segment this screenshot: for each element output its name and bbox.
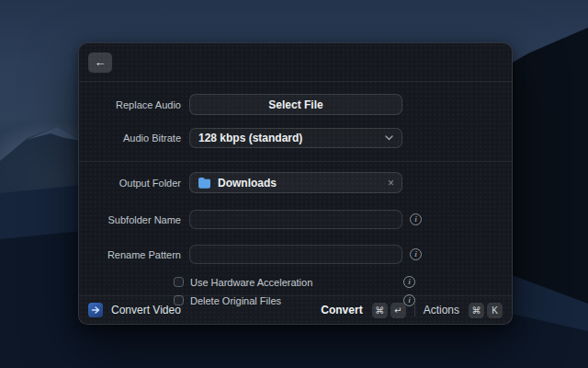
command-key-icon: ⌘ xyxy=(469,303,484,318)
audio-bitrate-selected-value: 128 kbps (standard) xyxy=(198,132,302,144)
select-file-button[interactable]: Select File xyxy=(189,94,402,115)
form-content: Replace Audio Select File Audio Bitrate … xyxy=(79,82,512,306)
hardware-acceleration-row: Use Hardware Acceleration i xyxy=(174,276,512,288)
return-key-icon: ↵ xyxy=(390,303,406,318)
back-arrow-icon: ← xyxy=(95,55,107,69)
convert-action-button[interactable]: Convert xyxy=(321,304,362,316)
folder-icon xyxy=(198,177,211,189)
hardware-acceleration-info-icon[interactable]: i xyxy=(403,276,415,288)
audio-bitrate-dropdown[interactable]: 128 kbps (standard) xyxy=(189,128,402,148)
clear-folder-icon[interactable]: × xyxy=(388,178,394,189)
subfolder-name-row: Subfolder Name i xyxy=(79,210,512,229)
convert-video-dialog: ← Replace Audio Select File Audio Bitrat… xyxy=(78,42,513,325)
footer-command-name: Convert Video xyxy=(111,304,181,316)
subfolder-name-input[interactable] xyxy=(189,210,402,229)
replace-audio-label: Replace Audio xyxy=(79,99,181,110)
output-folder-chip[interactable]: Downloads × xyxy=(189,172,402,193)
dialog-footer: Convert Video Convert ⌘ ↵ Actions ⌘ K xyxy=(79,295,512,324)
audio-bitrate-label: Audio Bitrate xyxy=(79,132,181,144)
k-key-icon: K xyxy=(487,303,503,318)
hardware-acceleration-checkbox[interactable] xyxy=(174,277,184,287)
replace-audio-row: Replace Audio Select File xyxy=(79,94,512,115)
rename-pattern-input[interactable] xyxy=(189,245,402,264)
command-key-icon: ⌘ xyxy=(372,303,388,318)
select-file-button-label: Select File xyxy=(268,98,322,111)
subfolder-name-label: Subfolder Name xyxy=(79,214,181,225)
actions-menu-button[interactable]: Actions xyxy=(424,304,459,316)
footer-divider xyxy=(414,304,415,316)
output-folder-label: Output Folder xyxy=(79,178,181,189)
back-button[interactable]: ← xyxy=(88,52,112,73)
hardware-acceleration-label: Use Hardware Acceleration xyxy=(190,277,312,288)
section-divider xyxy=(79,161,512,162)
subfolder-info-icon[interactable]: i xyxy=(410,213,422,225)
convert-video-app-icon xyxy=(88,303,103,317)
chevron-down-icon xyxy=(385,135,393,141)
output-folder-value: Downloads xyxy=(218,177,277,190)
rename-pattern-row: Rename Pattern i xyxy=(79,245,512,264)
rename-pattern-label: Rename Pattern xyxy=(79,249,181,260)
output-folder-row: Output Folder Downloads × xyxy=(79,172,512,193)
rename-pattern-info-icon[interactable]: i xyxy=(410,248,422,260)
dialog-header: ← xyxy=(79,43,512,82)
audio-bitrate-row: Audio Bitrate 128 kbps (standard) xyxy=(79,128,512,148)
